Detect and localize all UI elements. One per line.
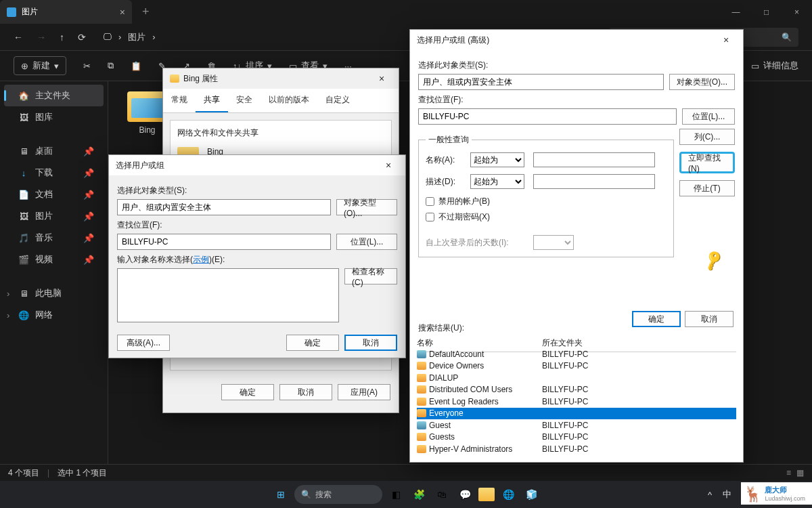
- sidebar-item-thispc[interactable]: 🖥此电脑: [0, 282, 108, 304]
- column-folder[interactable]: 所在文件夹: [542, 337, 583, 349]
- minimize-button[interactable]: —: [721, 0, 751, 24]
- forward-button[interactable]: →: [37, 32, 46, 43]
- columns-button[interactable]: 列(C)...: [679, 129, 735, 145]
- ok-button[interactable]: 确定: [632, 311, 681, 327]
- locations-button[interactable]: 位置(L)...: [682, 108, 735, 125]
- task-view-button[interactable]: ◧: [386, 485, 405, 504]
- cancel-button[interactable]: 取消: [279, 384, 332, 400]
- desc-match-select[interactable]: 起始为: [470, 174, 524, 189]
- paste-button[interactable]: 📋: [131, 61, 141, 71]
- name-match-select[interactable]: 起始为: [470, 152, 524, 167]
- sidebar-item-network[interactable]: 🌐网络: [0, 304, 108, 326]
- sidebar-item-downloads[interactable]: ↓下载📌: [0, 162, 108, 184]
- ime-indicator[interactable]: 中: [723, 488, 731, 501]
- cancel-button[interactable]: 取消: [685, 311, 734, 327]
- window-tab[interactable]: 图片 ×: [0, 0, 132, 24]
- sidebar-item-desktop[interactable]: 🖥桌面📌: [0, 140, 108, 162]
- window-close-button[interactable]: ×: [782, 0, 812, 24]
- cut-button[interactable]: ✂: [83, 61, 91, 71]
- names-textarea[interactable]: [117, 268, 339, 322]
- name-query-input[interactable]: [533, 152, 655, 167]
- close-icon[interactable]: ×: [716, 35, 736, 45]
- result-row[interactable]: Distributed COM UsersBILLYFU-PC: [417, 384, 736, 396]
- taskbar-explorer[interactable]: [478, 488, 495, 501]
- result-name: Hyper-V Administrators: [429, 444, 512, 454]
- results-list[interactable]: DefaultAccountBILLYFU-PCDevice OwnersBIL…: [417, 348, 736, 455]
- breadcrumb-pictures[interactable]: 图片: [128, 31, 145, 43]
- add-tab-button[interactable]: +: [142, 5, 150, 19]
- dialog-title-bar[interactable]: 选择用户或组 ×: [109, 155, 405, 175]
- check-names-button[interactable]: 检查名称(C): [344, 268, 397, 284]
- taskbar-app[interactable]: 💬: [455, 485, 474, 504]
- column-name[interactable]: 名称: [417, 337, 542, 349]
- copy-button[interactable]: ⧉: [108, 60, 114, 71]
- taskbar-search[interactable]: 🔍搜索: [294, 485, 382, 504]
- object-type-field[interactable]: [117, 199, 331, 215]
- object-types-button[interactable]: 对象类型(O)...: [669, 74, 735, 90]
- tray-chevron[interactable]: ^: [708, 490, 712, 500]
- sidebar-item-gallery[interactable]: 🖼图库: [0, 106, 108, 128]
- dialog-title-bar[interactable]: 选择用户或组 (高级) ×: [410, 30, 743, 50]
- up-button[interactable]: ↑: [60, 32, 64, 43]
- tab-sharing[interactable]: 共享: [196, 89, 228, 112]
- close-icon[interactable]: ×: [371, 73, 392, 84]
- start-button[interactable]: ⊞: [271, 485, 290, 504]
- disabled-accounts-checkbox[interactable]: [426, 197, 434, 206]
- taskbar-app[interactable]: 🧊: [522, 485, 541, 504]
- dialog-title-bar[interactable]: Bing 属性 ×: [163, 68, 399, 89]
- sidebar-item-home[interactable]: 🏠主文件夹: [4, 85, 104, 106]
- properties-tabs: 常规 共享 安全 以前的版本 自定义: [163, 89, 399, 113]
- principal-icon: [417, 374, 426, 382]
- back-button[interactable]: ←: [14, 32, 23, 43]
- taskbar-app[interactable]: 🛍: [432, 485, 451, 504]
- search-icon: 🔍: [782, 33, 792, 42]
- tab-general[interactable]: 常规: [163, 89, 196, 112]
- location-field[interactable]: [117, 234, 331, 250]
- sidebar-item-pictures[interactable]: 🖼图片📌: [0, 205, 108, 227]
- refresh-button[interactable]: ⟳: [78, 32, 86, 43]
- desc-query-input[interactable]: [533, 174, 655, 189]
- tab-close-icon[interactable]: ×: [120, 7, 125, 18]
- result-row[interactable]: Event Log ReadersBILLYFU-PC: [417, 396, 736, 408]
- find-now-button[interactable]: 立即查找(N): [679, 152, 735, 173]
- result-row[interactable]: Everyone: [417, 408, 736, 420]
- example-link[interactable]: 示例: [193, 255, 209, 264]
- nonexpiring-password-checkbox[interactable]: [426, 213, 434, 221]
- result-row[interactable]: Hyper-V AdministratorsBILLYFU-PC: [417, 443, 736, 455]
- details-button[interactable]: ▭ 详细信息: [751, 60, 798, 72]
- apply-button[interactable]: 应用(A): [338, 384, 390, 400]
- ok-button[interactable]: 确定: [286, 335, 339, 351]
- breadcrumb[interactable]: 🖵 › 图片 ›: [103, 31, 156, 43]
- sidebar-item-music[interactable]: 🎵音乐📌: [0, 227, 108, 249]
- close-icon[interactable]: ×: [378, 160, 399, 171]
- watermark-name: 鹿大师: [765, 485, 805, 495]
- cancel-button[interactable]: 取消: [344, 335, 397, 351]
- tab-security[interactable]: 安全: [228, 89, 261, 112]
- locations-button[interactable]: 位置(L)...: [336, 234, 397, 250]
- result-row[interactable]: GuestBILLYFU-PC: [417, 419, 736, 431]
- tab-customize[interactable]: 自定义: [317, 89, 358, 112]
- taskbar-app[interactable]: 🧩: [409, 485, 428, 504]
- sidebar-item-videos[interactable]: 🎬视频📌: [0, 249, 108, 270]
- sidebar-item-documents[interactable]: 📄文档📌: [0, 184, 108, 205]
- object-type-field[interactable]: [418, 74, 664, 90]
- result-name: Device Owners: [429, 361, 484, 371]
- result-row[interactable]: DefaultAccountBILLYFU-PC: [417, 348, 736, 360]
- result-row[interactable]: IIS_IUSRSBILLYFU-PC: [417, 455, 736, 456]
- taskbar-edge[interactable]: 🌐: [499, 485, 518, 504]
- object-types-button[interactable]: 对象类型(O)...: [336, 199, 397, 215]
- tab-previous[interactable]: 以前的版本: [261, 89, 317, 112]
- result-row[interactable]: GuestsBILLYFU-PC: [417, 431, 736, 444]
- result-row[interactable]: Device OwnersBILLYFU-PC: [417, 360, 736, 373]
- documents-icon: 📄: [19, 190, 28, 199]
- view-switcher[interactable]: ≡▦: [786, 468, 804, 478]
- advanced-button[interactable]: 高级(A)...: [117, 335, 170, 351]
- location-field[interactable]: [418, 108, 677, 125]
- result-row[interactable]: DIALUP: [417, 372, 736, 384]
- pc-icon: 🖥: [19, 289, 28, 298]
- stop-button[interactable]: 停止(T): [679, 180, 735, 196]
- object-type-label: 选择此对象类型(S):: [117, 185, 397, 196]
- maximize-button[interactable]: □: [751, 0, 782, 24]
- ok-button[interactable]: 确定: [221, 384, 274, 400]
- new-button[interactable]: ⊕ 新建 ▾: [14, 56, 66, 75]
